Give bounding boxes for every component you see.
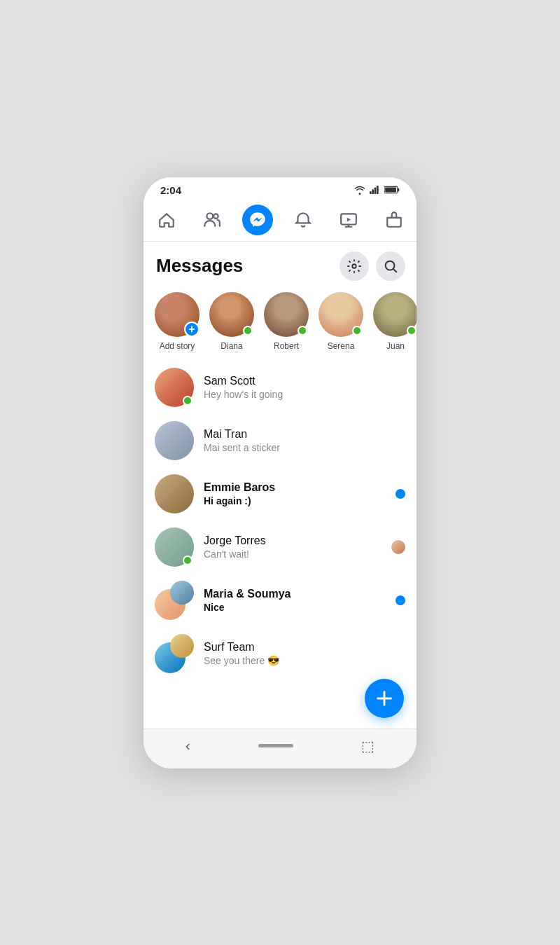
msg-name-jorge: Jorge Torres bbox=[204, 534, 382, 547]
page-title: Messages bbox=[156, 255, 243, 277]
nav-watch-button[interactable] bbox=[333, 205, 364, 235]
msg-preview-emmie: Hi again :) bbox=[204, 495, 386, 506]
header-actions bbox=[340, 251, 405, 281]
msg-content-mai: Mai Tran Mai sent a sticker bbox=[204, 428, 396, 453]
svg-point-8 bbox=[214, 214, 218, 219]
message-item-surf[interactable]: Surf Team See you there 😎 bbox=[144, 627, 416, 680]
msg-preview-jorge: Can't wait! bbox=[204, 549, 382, 560]
msg-content-sam: Sam Scott Hey how's it going bbox=[204, 375, 396, 400]
svg-point-7 bbox=[206, 213, 213, 219]
msg-preview-surf: See you there 😎 bbox=[204, 655, 396, 666]
msg-name-mai: Mai Tran bbox=[204, 428, 396, 441]
online-indicator-diana bbox=[243, 326, 253, 336]
phone-frame: 2:04 bbox=[144, 177, 416, 768]
online-indicator-juan bbox=[407, 326, 416, 336]
online-indicator-serena bbox=[352, 326, 362, 336]
message-item-mai[interactable]: Mai Tran Mai sent a sticker bbox=[144, 414, 416, 467]
msg-avatar-mai bbox=[155, 421, 194, 460]
msg-preview-maria: Nice bbox=[204, 602, 386, 613]
rotate-button[interactable]: ⬚ bbox=[361, 738, 374, 754]
msg-avatar-soumya bbox=[170, 581, 194, 605]
messages-header: Messages bbox=[144, 242, 416, 288]
message-item-sam[interactable]: Sam Scott Hey how's it going bbox=[144, 361, 416, 414]
msg-preview-mai: Mai sent a sticker bbox=[204, 442, 396, 453]
bottom-navigation-bar: ‹ ⬚ bbox=[144, 729, 416, 768]
plus-icon bbox=[374, 689, 394, 708]
wifi-icon bbox=[354, 185, 366, 195]
search-button[interactable] bbox=[376, 251, 405, 281]
story-avatar-wrap-serena bbox=[318, 292, 363, 337]
svg-rect-3 bbox=[377, 186, 379, 194]
online-dot-jorge bbox=[183, 556, 192, 565]
unread-dot-maria bbox=[396, 595, 405, 605]
stories-row: + Add story Diana Robert Ser bbox=[144, 288, 416, 361]
nav-messenger-button[interactable] bbox=[242, 205, 273, 235]
msg-avatar-wrap-sam bbox=[155, 368, 194, 407]
msg-content-maria: Maria & Soumya Nice bbox=[204, 588, 386, 613]
msg-avatar-wrap-emmie bbox=[155, 474, 194, 513]
status-icons bbox=[354, 185, 400, 195]
message-item-emmie[interactable]: Emmie Baros Hi again :) bbox=[144, 467, 416, 520]
home-indicator[interactable] bbox=[258, 744, 293, 747]
status-bar: 2:04 bbox=[144, 177, 416, 200]
msg-avatar-wrap-surf bbox=[155, 634, 194, 673]
settings-button[interactable] bbox=[340, 251, 369, 281]
top-nav bbox=[144, 200, 416, 242]
msg-right-maria bbox=[396, 595, 405, 605]
story-label-juan: Juan bbox=[386, 341, 405, 351]
svg-rect-11 bbox=[387, 217, 401, 226]
msg-right-emmie bbox=[396, 489, 405, 499]
status-time: 2:04 bbox=[160, 184, 181, 196]
story-label-add: Add story bbox=[160, 341, 195, 351]
msg-avatar-wrap-jorge bbox=[155, 527, 194, 567]
story-label-serena: Serena bbox=[328, 341, 355, 351]
story-label-robert: Robert bbox=[274, 341, 299, 351]
battery-icon bbox=[384, 186, 400, 194]
story-item-add[interactable]: + Add story bbox=[155, 292, 200, 351]
msg-content-jorge: Jorge Torres Can't wait! bbox=[204, 534, 382, 560]
msg-name-emmie: Emmie Baros bbox=[204, 481, 386, 494]
msg-avatar-wrap-maria bbox=[155, 581, 194, 620]
story-item-robert[interactable]: Robert bbox=[264, 292, 309, 351]
svg-rect-2 bbox=[374, 188, 377, 194]
svg-rect-1 bbox=[372, 189, 374, 194]
story-item-diana[interactable]: Diana bbox=[209, 292, 254, 351]
msg-content-surf: Surf Team See you there 😎 bbox=[204, 641, 396, 666]
add-story-plus-icon: + bbox=[184, 322, 200, 337]
story-avatar-wrap-juan bbox=[373, 292, 416, 337]
msg-right-jorge bbox=[391, 540, 405, 554]
story-item-juan[interactable]: Juan bbox=[373, 292, 416, 351]
story-avatar-wrap-diana bbox=[209, 292, 254, 337]
nav-notifications-button[interactable] bbox=[288, 205, 318, 235]
nav-people-button[interactable] bbox=[197, 205, 227, 235]
story-avatar-wrap-add: + bbox=[155, 292, 200, 337]
svg-rect-6 bbox=[385, 187, 396, 192]
new-message-fab[interactable] bbox=[365, 679, 404, 718]
read-receipt-jorge bbox=[391, 540, 405, 554]
story-item-serena[interactable]: Serena bbox=[318, 292, 363, 351]
msg-avatar-surf2 bbox=[170, 634, 194, 658]
nav-marketplace-button[interactable] bbox=[379, 205, 410, 235]
svg-rect-5 bbox=[398, 188, 399, 192]
signal-icon bbox=[370, 185, 381, 195]
message-item-maria[interactable]: Maria & Soumya Nice bbox=[144, 574, 416, 627]
back-button[interactable]: ‹ bbox=[186, 738, 190, 754]
message-item-jorge[interactable]: Jorge Torres Can't wait! bbox=[144, 520, 416, 574]
unread-dot-emmie bbox=[396, 489, 405, 499]
svg-point-12 bbox=[352, 264, 356, 268]
svg-marker-10 bbox=[346, 217, 350, 221]
msg-avatar-wrap-mai bbox=[155, 421, 194, 460]
svg-rect-0 bbox=[370, 191, 372, 194]
nav-home-button[interactable] bbox=[151, 205, 182, 235]
online-indicator-robert bbox=[298, 326, 307, 336]
msg-name-sam: Sam Scott bbox=[204, 375, 396, 387]
messages-list: Sam Scott Hey how's it going Mai Tran Ma… bbox=[144, 361, 416, 729]
msg-preview-sam: Hey how's it going bbox=[204, 389, 396, 400]
story-label-diana: Diana bbox=[220, 341, 242, 351]
msg-name-surf: Surf Team bbox=[204, 641, 396, 654]
msg-name-maria: Maria & Soumya bbox=[204, 588, 386, 600]
msg-avatar-emmie bbox=[155, 474, 194, 513]
story-avatar-wrap-robert bbox=[264, 292, 309, 337]
msg-content-emmie: Emmie Baros Hi again :) bbox=[204, 481, 386, 506]
online-dot-sam bbox=[183, 396, 192, 406]
